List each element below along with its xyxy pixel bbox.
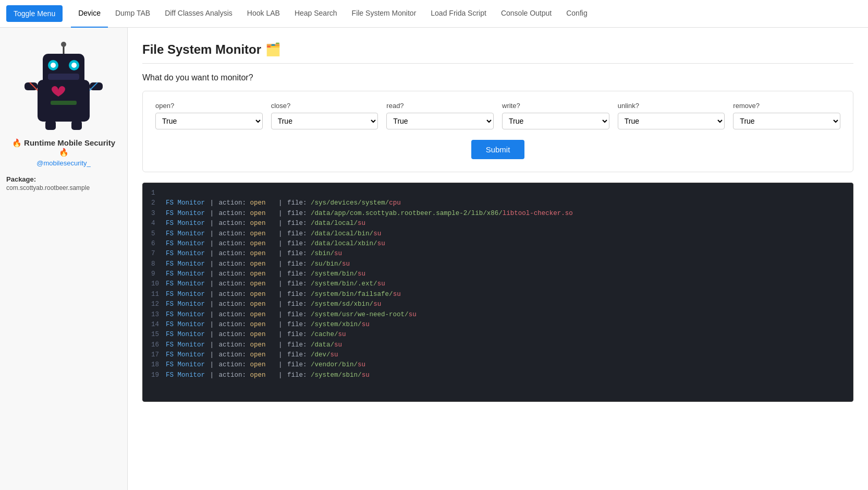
tab-console-output[interactable]: Console Output bbox=[494, 0, 559, 28]
top-nav: Toggle Menu Device Dump TAB Diff Classes… bbox=[0, 0, 868, 28]
app-name: 🔥 Runtime Mobile Security 🔥 bbox=[6, 138, 121, 157]
main-layout: 🔥 Runtime Mobile Security 🔥 @mobilesecur… bbox=[0, 28, 868, 490]
log-line: 2FS Monitor | action: open | file: /sys/… bbox=[151, 198, 845, 208]
field-write-select[interactable]: True False bbox=[502, 113, 609, 129]
page-title: File System Monitor 🗂️ bbox=[142, 42, 853, 57]
page-divider bbox=[142, 63, 853, 64]
log-line: 10FS Monitor | action: open | file: /sys… bbox=[151, 279, 845, 289]
log-line: 13FS Monitor | action: open | file: /sys… bbox=[151, 310, 845, 320]
tab-heap-search[interactable]: Heap Search bbox=[287, 0, 345, 28]
field-open-select[interactable]: True False bbox=[155, 113, 263, 129]
app-handle: @mobilesecurity_ bbox=[36, 159, 91, 167]
terminal-output[interactable]: 12FS Monitor | action: open | file: /sys… bbox=[142, 183, 853, 402]
log-line: 6FS Monitor | action: open | file: /data… bbox=[151, 239, 845, 249]
svg-rect-13 bbox=[51, 101, 77, 105]
field-unlink-label: unlink? bbox=[618, 102, 725, 110]
log-line: 8FS Monitor | action: open | file: /su/b… bbox=[151, 259, 845, 269]
tab-config[interactable]: Config bbox=[559, 0, 594, 28]
field-unlink-select[interactable]: True False bbox=[618, 113, 725, 129]
field-open-label: open? bbox=[155, 102, 263, 110]
log-line: 14FS Monitor | action: open | file: /sys… bbox=[151, 320, 845, 330]
svg-point-4 bbox=[51, 63, 56, 68]
robot-logo bbox=[17, 38, 111, 132]
svg-point-7 bbox=[61, 42, 66, 47]
field-read-label: read? bbox=[386, 102, 494, 110]
tab-dump-tab[interactable]: Dump TAB bbox=[108, 0, 157, 28]
monitor-form: open? True False close? True False read? bbox=[142, 91, 853, 172]
field-close: close? True False bbox=[271, 102, 378, 129]
log-line: 17FS Monitor | action: open | file: /dev… bbox=[151, 350, 845, 360]
svg-rect-12 bbox=[71, 121, 82, 130]
log-line: 4FS Monitor | action: open | file: /data… bbox=[151, 219, 845, 229]
field-remove: remove? True False bbox=[733, 102, 840, 129]
svg-rect-8 bbox=[48, 74, 79, 80]
field-write-label: write? bbox=[502, 102, 609, 110]
log-line: 7FS Monitor | action: open | file: /sbin… bbox=[151, 249, 845, 259]
field-close-label: close? bbox=[271, 102, 378, 110]
field-close-select[interactable]: True False bbox=[271, 113, 378, 129]
log-line: 16FS Monitor | action: open | file: /dat… bbox=[151, 340, 845, 350]
tab-file-system-monitor[interactable]: File System Monitor bbox=[345, 0, 424, 28]
log-line: 5FS Monitor | action: open | file: /data… bbox=[151, 229, 845, 239]
log-line: 11FS Monitor | action: open | file: /sys… bbox=[151, 290, 845, 300]
tab-diff-classes[interactable]: Diff Classes Analysis bbox=[157, 0, 240, 28]
svg-rect-11 bbox=[45, 121, 56, 130]
main-content: File System Monitor 🗂️ What do you want … bbox=[128, 28, 868, 490]
svg-point-5 bbox=[71, 63, 77, 68]
tab-hook-lab[interactable]: Hook LAB bbox=[240, 0, 287, 28]
field-read: read? True False bbox=[386, 102, 494, 129]
field-write: write? True False bbox=[502, 102, 609, 129]
toggle-menu-button[interactable]: Toggle Menu bbox=[6, 5, 63, 22]
field-open: open? True False bbox=[155, 102, 263, 129]
field-remove-label: remove? bbox=[733, 102, 840, 110]
tab-device[interactable]: Device bbox=[71, 0, 108, 28]
field-unlink: unlink? True False bbox=[618, 102, 725, 129]
log-line: 18FS Monitor | action: open | file: /ven… bbox=[151, 360, 845, 370]
log-line: 19FS Monitor | action: open | file: /sys… bbox=[151, 371, 845, 380]
sidebar: 🔥 Runtime Mobile Security 🔥 @mobilesecur… bbox=[0, 28, 128, 490]
field-remove-select[interactable]: True False bbox=[733, 113, 840, 129]
log-line: 9FS Monitor | action: open | file: /syst… bbox=[151, 269, 845, 279]
field-read-select[interactable]: True False bbox=[386, 113, 494, 129]
nav-tabs: Device Dump TAB Diff Classes Analysis Ho… bbox=[71, 0, 595, 28]
log-line: 15FS Monitor | action: open | file: /cac… bbox=[151, 330, 845, 340]
log-line: 1 bbox=[151, 188, 845, 198]
package-name: com.scottyab.rootbeer.sample bbox=[6, 184, 90, 192]
submit-row: Submit bbox=[155, 140, 840, 159]
log-line: 12FS Monitor | action: open | file: /sys… bbox=[151, 300, 845, 309]
submit-button[interactable]: Submit bbox=[471, 140, 525, 159]
log-line: 3FS Monitor | action: open | file: /data… bbox=[151, 209, 845, 219]
form-fields: open? True False close? True False read? bbox=[155, 102, 840, 129]
svg-rect-1 bbox=[43, 54, 84, 85]
section-label: What do you want to monitor? bbox=[142, 73, 853, 82]
tab-load-frida-script[interactable]: Load Frida Script bbox=[423, 0, 494, 28]
package-label: Package: bbox=[6, 175, 36, 183]
